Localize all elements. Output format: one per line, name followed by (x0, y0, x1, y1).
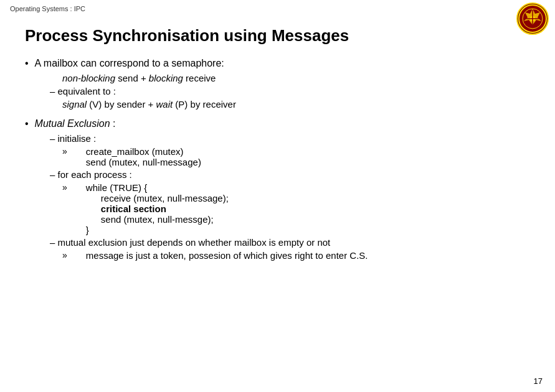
arrow-item-2f: » message is just a token, possesion of … (62, 250, 530, 261)
for-each-text: – for each process : (50, 169, 132, 180)
wait-desc: (P) by receiver (173, 99, 236, 110)
slide-container: Operating Systems : IPC Process Synchron… (0, 0, 555, 392)
bullet-section-1: • A mailbox can correspond to a semaphor… (25, 58, 530, 110)
breadcrumb: Operating Systems : IPC (10, 5, 85, 12)
send-plus-text: send + (115, 73, 149, 83)
token-message-text: message is just a token, possesion of wh… (86, 250, 368, 261)
bullet-section-2: • Mutual Exclusion : – initialise : » cr… (25, 118, 530, 261)
arrow-item-2d: » while (TRUE) { receive (mutex, null-me… (62, 182, 530, 235)
wait-text: wait (156, 99, 173, 110)
send-mutex-line: send (mutex, null-messge); (101, 214, 229, 225)
header: Operating Systems : IPC (0, 0, 555, 15)
bullet-1-text: A mailbox can correspond to a semaphore: (35, 58, 224, 69)
content-area: Process Synchronisation using Messages •… (0, 15, 555, 276)
sub-item-2a: – initialise : (50, 133, 530, 144)
signal-desc: (V) by sender + (87, 99, 156, 110)
bullet-dot-1: • (25, 58, 29, 69)
bullet-2-text: Mutual Exclusion : (35, 118, 116, 129)
receive-text: receive (183, 73, 216, 83)
initialise-text: – initialise : (50, 133, 96, 144)
arrow-symbol-3: » (62, 250, 67, 260)
logo-emblem (516, 2, 549, 35)
page-number: 17 (534, 376, 543, 386)
sub-item-2c: – for each process : (50, 169, 530, 180)
mutual-exclusion-text: Mutual Exclusion (35, 118, 110, 129)
closing-brace-line: } (86, 225, 229, 235)
slide-title: Process Synchronisation using Messages (25, 26, 530, 45)
sub-item-2e: – mutual exclusion just depends on wheth… (50, 237, 530, 248)
non-blocking-text: non-blocking (62, 73, 115, 83)
create-mailbox-line: create_mailbox (mutex) (86, 146, 201, 157)
send-null-line: send (mutex, null-message) (86, 157, 201, 167)
while-line: while (TRUE) { (86, 182, 229, 193)
mutual-excl-depends-text: – mutual exclusion just depends on wheth… (50, 237, 330, 248)
logo (516, 2, 549, 35)
arrow-content-2: while (TRUE) { receive (mutex, null-mess… (86, 182, 229, 235)
equivalent-text: – equivalent to : (50, 86, 116, 96)
sub-item-1b: – equivalent to : (50, 86, 530, 96)
sub-item-1c: signal (V) by sender + wait (P) by recei… (62, 99, 530, 110)
arrow-item-2b: » create_mailbox (mutex) send (mutex, nu… (62, 146, 530, 167)
bullet-1-main: • A mailbox can correspond to a semaphor… (25, 58, 530, 69)
blocking-text: blocking (149, 73, 183, 83)
receive-line: receive (mutex, null-message); (101, 193, 229, 203)
bullet-2-main: • Mutual Exclusion : (25, 118, 530, 129)
arrow-symbol-1: » (62, 146, 67, 156)
signal-text: signal (62, 99, 87, 110)
arrow-content-1: create_mailbox (mutex) send (mutex, null… (86, 146, 201, 167)
arrow-content-3: message is just a token, possesion of wh… (86, 250, 368, 261)
arrow-symbol-2: » (62, 182, 67, 192)
bullet-dot-2: • (25, 118, 29, 129)
sub-item-1a: non-blocking send + blocking receive (62, 73, 530, 83)
critical-section-line: critical section (101, 203, 229, 214)
